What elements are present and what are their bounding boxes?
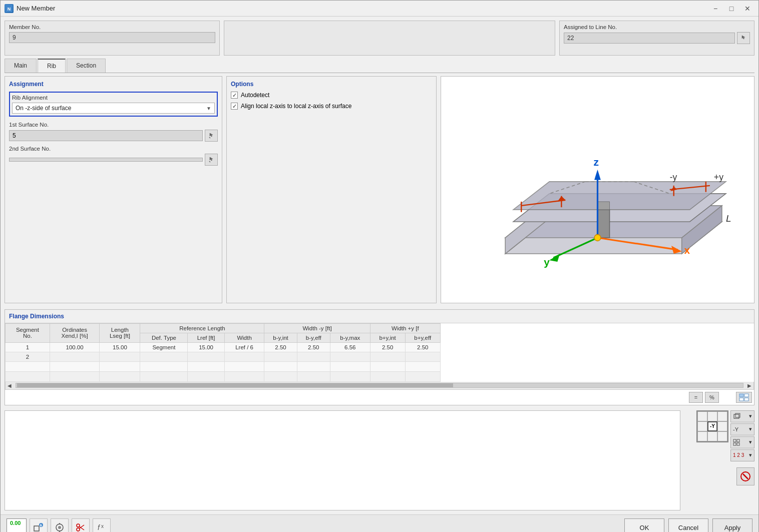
middle-panel xyxy=(224,21,555,56)
pick-node-button[interactable]: A xyxy=(30,518,48,532)
scroll-left-icon: ◀ xyxy=(6,383,14,388)
view-3d-button[interactable]: ▾ xyxy=(730,410,754,422)
view-cell-bl[interactable] xyxy=(697,431,707,441)
rib-alignment-value: On -z-side of surface xyxy=(16,105,206,112)
assigned-pick-button[interactable] xyxy=(737,32,750,44)
title-bar: N New Member − □ ✕ xyxy=(1,1,758,17)
top-row: Member No. 9 Assigned to Line No. 22 xyxy=(5,21,754,56)
svg-rect-43 xyxy=(733,439,736,442)
window-title: New Member xyxy=(17,5,708,12)
view-direction-button[interactable]: -Y ▾ xyxy=(730,423,754,435)
svg-rect-39 xyxy=(739,398,743,401)
col-def-type: Def. Type xyxy=(140,333,188,342)
options-title: Options xyxy=(231,81,432,88)
maximize-button[interactable]: □ xyxy=(724,3,738,14)
table-row-empty-2 xyxy=(6,371,441,381)
minimize-button[interactable]: − xyxy=(708,3,722,14)
dropdown-arrow-icon: ▼ xyxy=(206,106,211,111)
scroll-right-icon: ▶ xyxy=(745,383,753,388)
apply-button[interactable]: Apply xyxy=(712,518,752,532)
tab-rib[interactable]: Rib xyxy=(38,59,66,73)
ok-button[interactable]: OK xyxy=(624,518,664,532)
options-panel: Options Autodetect Align local z-axis to… xyxy=(226,76,437,303)
svg-rect-40 xyxy=(744,398,748,401)
view-cell-center[interactable]: -Y xyxy=(707,421,717,431)
align-zaxis-row: Align local z-axis to local z-axis of su… xyxy=(231,103,432,110)
view-orientation-grid: -Y xyxy=(696,410,728,442)
cell-length-1: 15.00 xyxy=(100,342,140,352)
close-button[interactable]: ✕ xyxy=(740,3,754,14)
cell-lref-2 xyxy=(188,352,224,361)
view-cell-mr[interactable] xyxy=(717,421,727,431)
cell-b-y-max-2 xyxy=(330,352,370,361)
col-lref: Lref [ft] xyxy=(188,333,224,342)
member-no-value: 9 xyxy=(9,32,215,43)
col-b-plus-y-eff: b+y,eff xyxy=(405,333,441,342)
scroll-track[interactable] xyxy=(16,383,743,388)
view-cell-tr[interactable] xyxy=(717,411,727,421)
flange-dimensions-section: Flange Dimensions SegmentNo. OrdinatesXe… xyxy=(5,309,754,405)
bottom-bar: 0.00 A xyxy=(1,514,758,532)
align-zaxis-label: Align local z-axis to local z-axis of su… xyxy=(241,103,351,110)
3d-diagram: z x y -y xyxy=(441,77,754,303)
horizontal-scrollbar[interactable]: ◀ ▶ xyxy=(5,382,754,390)
tab-content: Assignment Rib Alignment On -z-side of s… xyxy=(5,76,754,303)
svg-line-48 xyxy=(743,474,748,479)
cell-b-y-max-1: 6.56 xyxy=(330,342,370,352)
view-number-button[interactable]: 1 2 3 ▾ xyxy=(730,449,754,461)
reset-view-button[interactable] xyxy=(736,467,754,485)
svg-text:y: y xyxy=(544,256,550,268)
percent-button[interactable]: % xyxy=(705,392,719,403)
tabs-row: Main Rib Section xyxy=(5,59,754,73)
align-zaxis-checkbox[interactable] xyxy=(231,103,238,110)
table-footer: = % xyxy=(5,390,754,405)
col-segment-no: SegmentNo. xyxy=(6,323,50,342)
tab-section[interactable]: Section xyxy=(67,59,106,73)
rib-alignment-dropdown[interactable]: On -z-side of surface ▼ xyxy=(12,103,215,114)
member-no-panel: Member No. 9 xyxy=(5,21,220,56)
svg-text:+y: +y xyxy=(714,172,723,182)
view-cell-br[interactable] xyxy=(717,431,727,441)
assigned-value: 22 xyxy=(564,33,735,44)
scissors-button[interactable] xyxy=(72,518,90,532)
equals-button[interactable]: = xyxy=(689,392,703,403)
col-length: LengthLseg [ft] xyxy=(100,323,140,342)
tab-main[interactable]: Main xyxy=(5,59,37,73)
cell-lref-1: 15.00 xyxy=(188,342,224,352)
cell-ordinates-2 xyxy=(50,352,99,361)
diagram-panel: z x y -y xyxy=(441,76,754,303)
view-cell-tm[interactable] xyxy=(707,411,717,421)
cell-segment-1: 1 xyxy=(6,342,50,352)
formula-button[interactable]: f x xyxy=(93,518,111,532)
main-window: N New Member − □ ✕ Member No. 9 Assigned… xyxy=(0,0,759,532)
svg-rect-42 xyxy=(735,413,740,417)
surface1-pick-button[interactable] xyxy=(205,130,218,142)
surface2-pick-button[interactable] xyxy=(205,154,218,166)
svg-text:A: A xyxy=(40,523,42,527)
svg-rect-49 xyxy=(34,526,39,531)
svg-marker-15 xyxy=(598,202,610,210)
autodetect-label: Autodetect xyxy=(241,92,269,99)
table-extra-button[interactable] xyxy=(736,392,752,403)
view-type-button[interactable]: ▾ xyxy=(730,436,754,448)
cancel-button[interactable]: Cancel xyxy=(668,518,708,532)
svg-text:f: f xyxy=(98,523,101,531)
table-row: 1 100.00 15.00 Segment 15.00 Lref / 6 2.… xyxy=(6,342,441,352)
view-cell-ml[interactable] xyxy=(697,421,707,431)
lower-right-controls: -Y ▾ xyxy=(684,410,754,510)
view-number-arrow: ▾ xyxy=(749,452,752,458)
svg-rect-41 xyxy=(734,414,739,418)
view-button[interactable] xyxy=(51,518,69,532)
table-container: SegmentNo. OrdinatesXend,I [%] LengthLse… xyxy=(5,323,441,382)
cell-b-y-int-2 xyxy=(264,352,297,361)
svg-line-2 xyxy=(209,137,210,138)
cell-b-plus-y-int-2 xyxy=(370,352,405,361)
view-cell-tl[interactable] xyxy=(697,411,707,421)
window-controls: − □ ✕ xyxy=(708,3,754,14)
view-cell-bm[interactable] xyxy=(707,431,717,441)
view-type-arrow: ▾ xyxy=(749,439,752,445)
assigned-label: Assigned to Line No. xyxy=(564,24,750,30)
assignment-panel: Assignment Rib Alignment On -z-side of s… xyxy=(5,76,222,303)
bottom-tools: 0.00 A xyxy=(7,518,624,532)
autodetect-checkbox[interactable] xyxy=(231,92,238,99)
